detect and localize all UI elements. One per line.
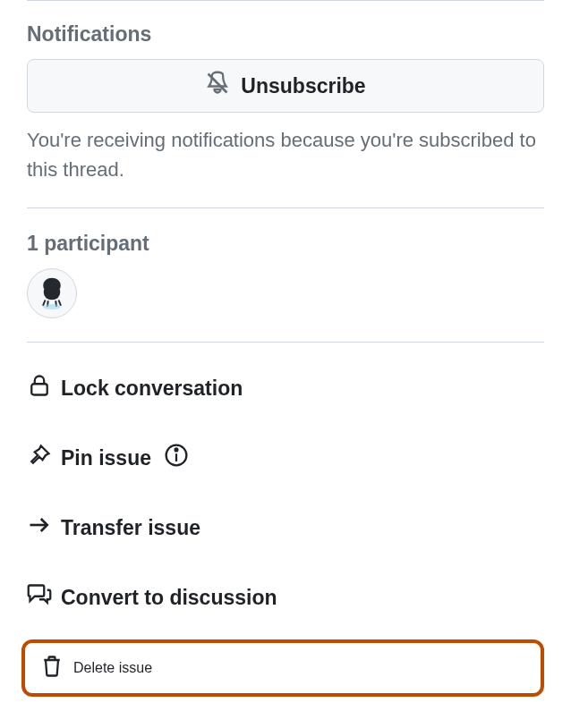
participant-avatar[interactable] xyxy=(27,268,77,318)
divider xyxy=(27,0,544,1)
actions-section: Lock conversation Pin issue xyxy=(27,368,544,697)
convert-discussion-action[interactable]: Convert to discussion xyxy=(27,577,277,618)
octocat-icon xyxy=(34,275,70,311)
pin-icon xyxy=(27,443,52,473)
participants-section: 1 participant xyxy=(27,232,544,318)
divider xyxy=(27,342,544,343)
unsubscribe-label: Unsubscribe xyxy=(241,74,365,98)
info-icon xyxy=(160,443,189,473)
notifications-explanation: You're receiving notifications because y… xyxy=(27,125,544,184)
delete-label: Delete issue xyxy=(73,660,152,676)
lock-icon xyxy=(27,373,52,403)
delete-issue-action[interactable]: Delete issue xyxy=(21,639,544,697)
discussion-icon xyxy=(27,582,52,613)
divider xyxy=(27,207,544,208)
transfer-label: Transfer issue xyxy=(61,516,200,540)
svg-point-6 xyxy=(175,448,178,451)
pin-issue-action[interactable]: Pin issue xyxy=(27,437,189,478)
pin-label: Pin issue xyxy=(61,446,151,470)
notifications-section: Notifications Unsubscribe You're receivi… xyxy=(27,22,544,184)
participants-heading: 1 participant xyxy=(27,232,544,256)
bell-slash-icon xyxy=(205,71,230,101)
trash-icon xyxy=(39,654,64,682)
transfer-issue-action[interactable]: Transfer issue xyxy=(27,507,200,548)
svg-rect-3 xyxy=(31,384,47,394)
arrow-right-icon xyxy=(27,512,52,543)
lock-label: Lock conversation xyxy=(61,377,243,401)
unsubscribe-button[interactable]: Unsubscribe xyxy=(27,59,544,113)
convert-label: Convert to discussion xyxy=(61,586,277,610)
notifications-heading: Notifications xyxy=(27,22,544,47)
svg-point-2 xyxy=(43,304,61,309)
lock-conversation-action[interactable]: Lock conversation xyxy=(27,368,243,409)
